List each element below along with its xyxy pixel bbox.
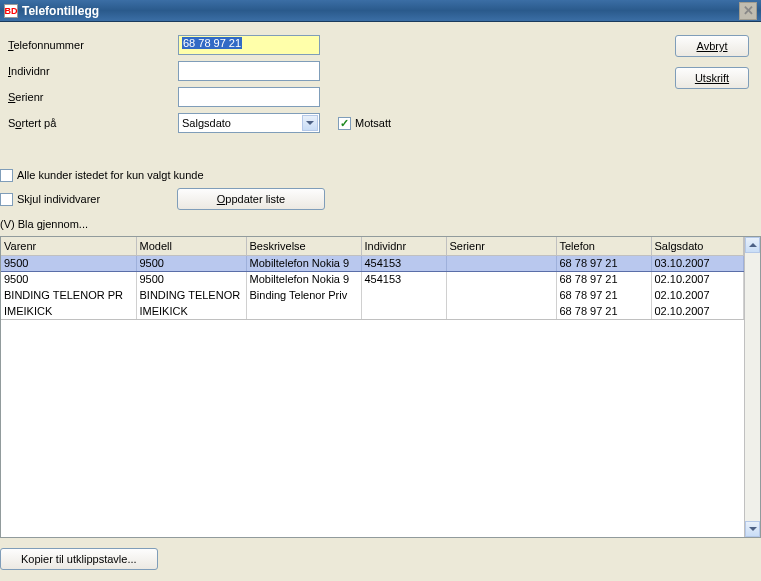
skjul-checkbox[interactable] — [0, 193, 13, 206]
cell-modell: 9500 — [136, 255, 246, 271]
col-individnr[interactable]: Individnr — [361, 237, 446, 255]
cell-beskrivelse: Mobiltelefon Nokia 9 — [246, 271, 361, 287]
sortert-combo[interactable]: Salgsdato — [178, 113, 320, 133]
vertical-scrollbar[interactable] — [744, 237, 760, 537]
col-telefon[interactable]: Telefon — [556, 237, 651, 255]
cell-telefon: 68 78 97 21 — [556, 255, 651, 271]
telefonnummer-label: Telefonnummer — [8, 39, 178, 51]
cell-varenr: 9500 — [1, 255, 136, 271]
scroll-down-icon[interactable] — [745, 521, 760, 537]
cell-telefon: 68 78 97 21 — [556, 287, 651, 303]
cell-modell: BINDING TELENOR — [136, 287, 246, 303]
scroll-up-icon[interactable] — [745, 237, 760, 253]
cell-serienr — [446, 287, 556, 303]
col-beskrivelse[interactable]: Beskrivelse — [246, 237, 361, 255]
motsatt-checkbox[interactable] — [338, 117, 351, 130]
table-row[interactable]: BINDING TELENOR PRBINDING TELENORBinding… — [1, 287, 744, 303]
cell-salgsdato: 02.10.2007 — [651, 303, 744, 319]
alle-kunder-checkbox[interactable] — [0, 169, 13, 182]
oppdater-button[interactable]: Oppdater liste — [177, 188, 325, 210]
col-salgsdato[interactable]: Salgsdato — [651, 237, 744, 255]
cell-salgsdato: 02.10.2007 — [651, 287, 744, 303]
chevron-down-icon[interactable] — [302, 115, 318, 131]
table-row[interactable]: 95009500Mobiltelefon Nokia 945415368 78 … — [1, 271, 744, 287]
cell-varenr: 9500 — [1, 271, 136, 287]
individnr-label: Individnr — [8, 65, 178, 77]
title-bar: BD Telefontillegg ✕ — [0, 0, 761, 22]
alle-kunder-label: Alle kunder istedet for kun valgt kunde — [17, 169, 204, 181]
telefonnummer-input[interactable]: 68 78 97 21 — [178, 35, 320, 55]
cell-individnr — [361, 287, 446, 303]
scroll-track[interactable] — [745, 253, 760, 521]
cell-salgsdato: 02.10.2007 — [651, 271, 744, 287]
cell-serienr — [446, 255, 556, 271]
cell-beskrivelse — [246, 303, 361, 319]
skjul-label: Skjul individvarer — [17, 193, 177, 205]
cell-individnr — [361, 303, 446, 319]
cell-varenr: IMEIKICK — [1, 303, 136, 319]
cell-telefon: 68 78 97 21 — [556, 303, 651, 319]
serienr-input[interactable] — [178, 87, 320, 107]
window-title: Telefontillegg — [22, 4, 99, 18]
cell-individnr: 454153 — [361, 271, 446, 287]
individnr-input[interactable] — [178, 61, 320, 81]
col-modell[interactable]: Modell — [136, 237, 246, 255]
serienr-label: Serienr — [8, 91, 178, 103]
utskrift-button[interactable]: Utskrift — [675, 67, 749, 89]
kopier-button[interactable]: Kopier til utklippstavle... — [0, 548, 158, 570]
table-row[interactable]: IMEIKICKIMEIKICK68 78 97 2102.10.2007 — [1, 303, 744, 319]
close-icon[interactable]: ✕ — [739, 2, 757, 20]
motsatt-label: Motsatt — [355, 117, 391, 129]
cell-serienr — [446, 271, 556, 287]
col-serienr[interactable]: Serienr — [446, 237, 556, 255]
cell-modell: IMEIKICK — [136, 303, 246, 319]
table-header-row: Varenr Modell Beskrivelse Individnr Seri… — [1, 237, 744, 255]
app-icon: BD — [4, 4, 18, 18]
table-row[interactable]: 95009500Mobiltelefon Nokia 945415368 78 … — [1, 255, 744, 271]
sortert-value: Salgsdato — [182, 117, 231, 129]
bla-gjennom-link[interactable]: (V) Bla gjennom... — [0, 218, 761, 230]
cell-individnr: 454153 — [361, 255, 446, 271]
cell-serienr — [446, 303, 556, 319]
cell-beskrivelse: Mobiltelefon Nokia 9 — [246, 255, 361, 271]
cell-beskrivelse: Binding Telenor Priv — [246, 287, 361, 303]
cell-modell: 9500 — [136, 271, 246, 287]
cell-telefon: 68 78 97 21 — [556, 271, 651, 287]
cell-varenr: BINDING TELENOR PR — [1, 287, 136, 303]
col-varenr[interactable]: Varenr — [1, 237, 136, 255]
results-table: Varenr Modell Beskrivelse Individnr Seri… — [0, 236, 761, 538]
avbryt-button[interactable]: Avbryt — [675, 35, 749, 57]
cell-salgsdato: 03.10.2007 — [651, 255, 744, 271]
sortert-label: Sortert på — [8, 117, 178, 129]
